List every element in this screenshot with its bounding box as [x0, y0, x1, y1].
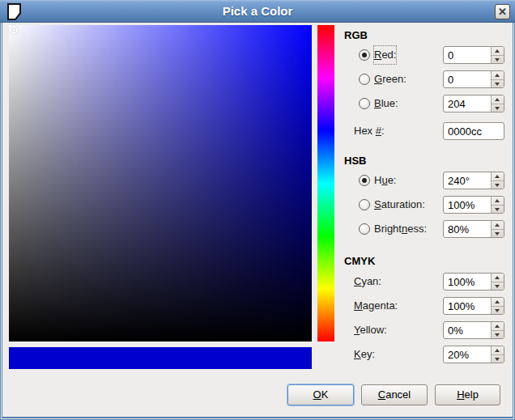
- red-spin-up-icon[interactable]: [492, 47, 504, 55]
- saturation-brightness-field[interactable]: [9, 25, 312, 342]
- help-button[interactable]: Help: [435, 384, 500, 405]
- green-radio[interactable]: [359, 74, 370, 85]
- red-radio[interactable]: [359, 49, 370, 61]
- hsb-saturation-row: Saturation:: [344, 196, 504, 214]
- green-spin-down-icon[interactable]: [492, 79, 504, 87]
- cyan-spin-down-icon[interactable]: [492, 282, 504, 290]
- hue-slider-strip[interactable]: [317, 25, 334, 342]
- saturation-label[interactable]: Saturation:: [374, 196, 425, 214]
- blue-label[interactable]: Blue:: [374, 95, 398, 112]
- hsb-hue-row: Hue:: [344, 172, 504, 189]
- saturation-spin-down-icon[interactable]: [492, 205, 504, 213]
- cyan-spinner: [491, 274, 504, 290]
- title-bar[interactable]: Pick a Color ✕: [0, 0, 515, 23]
- yellow-spin-down-icon[interactable]: [492, 330, 504, 338]
- saturation-spinner: [491, 197, 504, 213]
- yellow-label: Yellow:: [354, 321, 387, 339]
- red-spinfield: [443, 46, 504, 64]
- cmyk-cyan-row: Cyan:: [344, 273, 504, 291]
- cancel-button[interactable]: Cancel: [361, 384, 428, 405]
- pick-a-color-dialog: Pick a Color ✕ RGB Red: Green:: [0, 0, 515, 420]
- window-title: Pick a Color: [0, 0, 515, 23]
- magenta-spin-down-icon[interactable]: [492, 306, 504, 314]
- blue-spin-up-icon[interactable]: [492, 95, 504, 104]
- hue-spinfield: [443, 172, 504, 189]
- red-spin-down-icon[interactable]: [492, 55, 504, 63]
- green-spin-up-icon[interactable]: [492, 71, 504, 79]
- yellow-spinner: [491, 322, 504, 338]
- cmyk-section-header: CMYK: [344, 255, 375, 267]
- hex-label: Hex #:: [354, 122, 385, 140]
- brightness-label[interactable]: Brightness:: [374, 220, 427, 238]
- yellow-spin-up-icon[interactable]: [492, 322, 504, 330]
- red-label[interactable]: Red:: [374, 46, 396, 64]
- cyan-spinfield: [443, 273, 504, 291]
- key-spinner: [491, 346, 504, 363]
- hsb-section-header: HSB: [344, 155, 366, 167]
- hue-spinner: [491, 172, 504, 189]
- close-icon[interactable]: ✕: [495, 4, 510, 19]
- rgb-blue-row: Blue:: [344, 95, 504, 112]
- key-spin-down-icon[interactable]: [492, 354, 504, 363]
- hex-row: Hex #:: [344, 122, 504, 140]
- key-spin-up-icon[interactable]: [492, 346, 504, 354]
- key-label: Key:: [354, 346, 375, 363]
- magenta-spinfield: [443, 297, 504, 315]
- selected-color-preview: [9, 347, 312, 369]
- cmyk-key-row: Key:: [344, 346, 504, 363]
- green-label[interactable]: Green:: [374, 70, 406, 88]
- magenta-spin-up-icon[interactable]: [492, 298, 504, 306]
- cyan-label: Cyan:: [354, 273, 381, 291]
- hue-spin-up-icon[interactable]: [492, 172, 504, 180]
- yellow-spinfield: [443, 321, 504, 339]
- blue-radio[interactable]: [359, 98, 370, 109]
- green-spinfield: [443, 70, 504, 88]
- cmyk-magenta-row: Magenta:: [344, 297, 504, 315]
- blue-spinner: [491, 95, 504, 112]
- blue-spinfield: [443, 95, 504, 112]
- hsb-brightness-row: Brightness:: [344, 220, 504, 238]
- brightness-spin-down-icon[interactable]: [492, 229, 504, 237]
- hex-field: [443, 122, 504, 140]
- hue-label[interactable]: Hue:: [374, 172, 396, 189]
- brightness-spinfield: [443, 220, 504, 238]
- hex-input[interactable]: [443, 122, 504, 140]
- green-spinner: [491, 71, 504, 87]
- rgb-section-header: RGB: [344, 29, 368, 41]
- saturation-radio[interactable]: [359, 199, 370, 210]
- magenta-label: Magenta:: [354, 297, 398, 315]
- magenta-spinner: [491, 298, 504, 314]
- hue-radio[interactable]: [359, 175, 370, 186]
- key-spinfield: [443, 346, 504, 363]
- saturation-spin-up-icon[interactable]: [492, 197, 504, 205]
- rgb-green-row: Green:: [344, 70, 504, 88]
- red-spinner: [491, 47, 504, 63]
- color-field-marker[interactable]: [10, 26, 18, 34]
- ok-button[interactable]: OK: [287, 384, 354, 405]
- brightness-radio[interactable]: [359, 223, 370, 235]
- cmyk-yellow-row: Yellow:: [344, 321, 504, 339]
- saturation-spinfield: [443, 196, 504, 214]
- cyan-spin-up-icon[interactable]: [492, 274, 504, 282]
- rgb-red-row: Red:: [344, 46, 504, 64]
- brightness-spinner: [491, 221, 504, 237]
- hue-spin-down-icon[interactable]: [492, 180, 504, 189]
- brightness-spin-up-icon[interactable]: [492, 221, 504, 229]
- blue-spin-down-icon[interactable]: [492, 104, 504, 112]
